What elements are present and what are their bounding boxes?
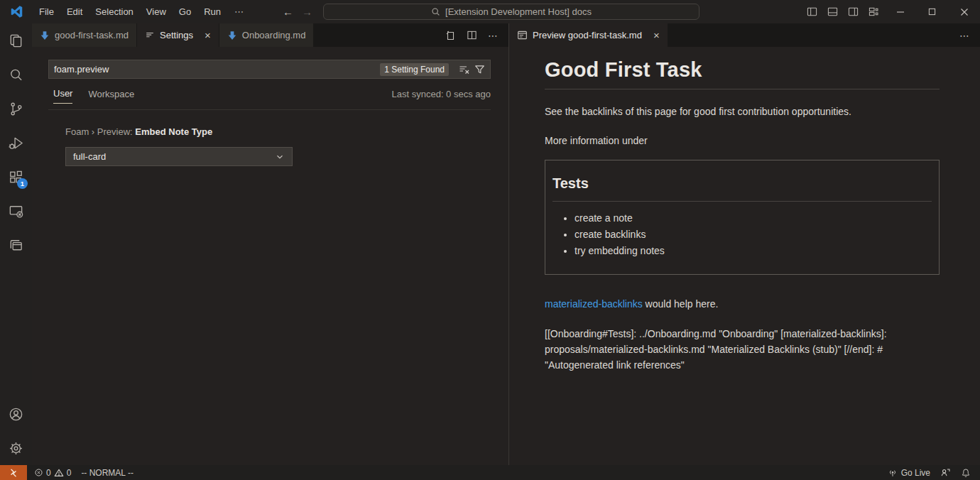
chevron-down-icon <box>275 152 285 162</box>
list-item: try embedding notes <box>575 245 932 256</box>
select-value: full-card <box>73 151 106 162</box>
toggle-secondary-sidebar-icon[interactable] <box>843 0 864 23</box>
activity-bar: 1 <box>0 23 32 465</box>
source-control-icon[interactable] <box>0 92 32 126</box>
problems-group[interactable]: 0 0 <box>34 468 71 478</box>
filter-funnel-icon[interactable] <box>474 64 485 75</box>
tab-settings[interactable]: Settings × <box>137 23 219 47</box>
backlink-tail: would help here. <box>643 298 719 310</box>
command-center-search[interactable]: [Extension Development Host] docs <box>323 4 699 20</box>
warning-icon <box>54 468 64 478</box>
close-tab-icon[interactable]: × <box>653 30 660 40</box>
link-references-text: [[Onboarding#Tests]: ../Onboarding.md "O… <box>545 326 942 373</box>
setting-title: Foam › Preview: Embed Note Type <box>65 126 293 137</box>
materialized-backlinks-link[interactable]: materialized-backlinks <box>545 298 643 310</box>
menu-selection[interactable]: Selection <box>89 0 139 23</box>
explorer-icon[interactable] <box>0 23 32 58</box>
notifications-bell-button[interactable] <box>957 465 974 480</box>
tab-label: Settings <box>160 30 193 40</box>
settings-search-box: 1 Setting Found <box>48 60 491 79</box>
scope-divider <box>48 109 491 110</box>
settings-list-icon <box>145 31 155 40</box>
embedded-note-card: Tests create a note create backlinks try… <box>545 160 940 275</box>
statusbar-right: Go Live <box>884 465 980 480</box>
setting-subcategory: Preview: <box>97 126 133 137</box>
menu-edit[interactable]: Edit <box>60 0 89 23</box>
settings-editor: 1 Setting Found User Workspace Last sync… <box>32 47 508 465</box>
accounts-icon[interactable] <box>0 397 32 431</box>
tabstrip-left: good-first-task.md Settings × Onboarding… <box>32 23 508 47</box>
feedback-person-icon <box>940 467 951 478</box>
minimize-button[interactable] <box>884 0 916 23</box>
toggle-panel-icon[interactable] <box>822 0 843 23</box>
broadcast-icon <box>888 468 898 478</box>
forward-arrow-button[interactable]: → <box>302 6 312 18</box>
last-synced-label: Last synced: 0 secs ago <box>392 89 491 104</box>
remote-explorer-icon[interactable] <box>0 194 32 228</box>
tab-label: Onboarding.md <box>242 30 306 40</box>
preview-paragraph-2: More information under <box>545 135 949 146</box>
search-view-icon[interactable] <box>0 58 32 92</box>
menu-run[interactable]: Run <box>197 0 227 23</box>
vim-mode-indicator: -- NORMAL -- <box>77 465 137 480</box>
setting-separator: › <box>92 126 94 137</box>
tab-preview[interactable]: Preview good-first-task.md × <box>509 23 668 47</box>
setting-embed-note-type: Foam › Preview: Embed Note Type full-car… <box>65 126 293 166</box>
history-nav: ← → <box>283 0 312 23</box>
customize-layout-icon[interactable] <box>864 0 884 23</box>
run-debug-icon[interactable] <box>0 126 32 160</box>
settings-scope-tabs: User Workspace Last synced: 0 secs ago <box>53 88 491 104</box>
scope-tab-workspace[interactable]: Workspace <box>88 89 134 104</box>
bell-icon <box>961 468 971 478</box>
windows-stack-icon[interactable] <box>0 228 32 262</box>
go-live-button[interactable]: Go Live <box>884 465 934 480</box>
close-window-button[interactable] <box>948 0 980 23</box>
toggle-sidebar-icon[interactable] <box>802 0 822 23</box>
menu-view[interactable]: View <box>140 0 173 23</box>
more-actions-icon[interactable]: ⋯ <box>959 30 970 41</box>
feedback-button[interactable] <box>937 465 954 480</box>
command-center-text: [Extension Development Host] docs <box>445 6 592 17</box>
remote-indicator-button[interactable] <box>0 465 27 480</box>
tab-onboarding[interactable]: Onboarding.md <box>219 23 314 47</box>
split-editor-icon[interactable] <box>467 30 477 40</box>
editor-actions-right: ⋯ <box>959 23 980 47</box>
tabstrip-right: Preview good-first-task.md × ⋯ <box>509 23 980 47</box>
menu-file[interactable]: File <box>33 0 60 23</box>
setting-category: Foam <box>65 126 89 137</box>
menu-overflow-button[interactable]: ⋯ <box>227 0 251 23</box>
remote-icon <box>9 468 18 478</box>
clear-filters-icon[interactable] <box>459 64 470 75</box>
embed-note-type-select[interactable]: full-card <box>65 147 293 166</box>
markdown-preview: Good First Task See the backlinks of thi… <box>509 47 980 465</box>
tab-good-first-task[interactable]: good-first-task.md <box>32 23 136 47</box>
close-tab-icon[interactable]: × <box>205 30 211 40</box>
markdown-file-icon <box>40 31 50 40</box>
editor-group-left: good-first-task.md Settings × Onboarding… <box>32 23 508 465</box>
menu-go[interactable]: Go <box>173 0 197 23</box>
extensions-icon[interactable]: 1 <box>0 160 32 194</box>
embedded-note-heading: Tests <box>552 175 932 202</box>
settings-gear-icon[interactable] <box>0 431 32 465</box>
status-bar: 0 0 -- NORMAL -- Go Live <box>0 465 980 480</box>
error-icon <box>34 468 43 477</box>
settings-search-input[interactable] <box>54 64 380 75</box>
more-actions-icon[interactable]: ⋯ <box>488 30 499 41</box>
preview-paragraph-1: See the backlinks of this page for good … <box>545 106 949 117</box>
list-item: create a note <box>575 212 932 224</box>
titlebar-right-controls <box>802 0 980 23</box>
title-bar: File Edit Selection View Go Run ⋯ ← → [E… <box>0 0 980 23</box>
tab-label: Preview good-first-task.md <box>533 30 642 40</box>
warning-count: 0 <box>67 468 72 478</box>
vscode-logo-icon <box>0 6 33 18</box>
editor-actions-left: ⋯ <box>445 23 508 47</box>
go-live-label: Go Live <box>901 468 930 478</box>
scope-tab-user[interactable]: User <box>53 88 72 104</box>
list-item: create backlinks <box>575 229 932 240</box>
maximize-button[interactable] <box>916 0 948 23</box>
open-settings-json-icon[interactable] <box>445 30 456 41</box>
setting-name: Embed Note Type <box>135 126 212 137</box>
back-arrow-button[interactable]: ← <box>283 6 293 18</box>
preview-icon <box>517 30 528 40</box>
embedded-note-list: create a note create backlinks try embed… <box>552 212 932 256</box>
